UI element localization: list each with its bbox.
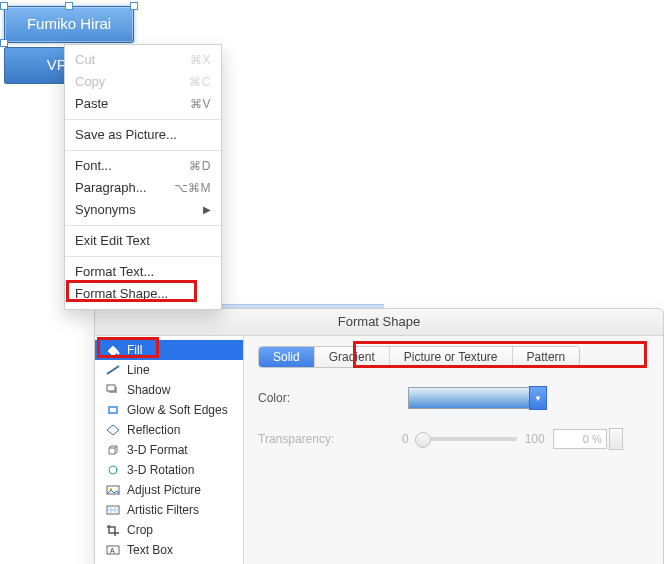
menu-separator xyxy=(65,150,221,151)
transparency-value[interactable]: 0 % xyxy=(553,429,607,449)
dialog-title: Format Shape xyxy=(95,309,663,336)
row-color: Color: ▼ xyxy=(258,386,649,410)
transparency-max: 100 xyxy=(525,432,545,446)
tab-gradient[interactable]: Gradient xyxy=(314,347,389,367)
menu-paragraph[interactable]: Paragraph... ⌥⌘M xyxy=(65,177,221,199)
dialog-main: Solid Gradient Picture or Texture Patter… xyxy=(244,336,663,564)
sidebar-item-label: Line xyxy=(127,362,150,378)
sidebar-item-crop[interactable]: Crop xyxy=(95,520,243,540)
sidebar-item-label: 3-D Format xyxy=(127,442,188,458)
fill-type-segmented: Solid Gradient Picture or Texture Patter… xyxy=(258,346,580,368)
paint-bucket-icon xyxy=(105,343,121,357)
sidebar-item-label: Text Box xyxy=(127,542,173,558)
svg-rect-4 xyxy=(109,407,117,413)
sidebar-item-label: Artistic Filters xyxy=(127,502,199,518)
svg-text:A: A xyxy=(110,547,115,554)
sidebar-item-label: Crop xyxy=(127,522,153,538)
transparency-slider[interactable] xyxy=(417,437,517,441)
menu-format-shape[interactable]: Format Shape... xyxy=(65,283,221,305)
tab-solid[interactable]: Solid xyxy=(259,347,314,367)
sidebar-item-adjust-picture[interactable]: Adjust Picture xyxy=(95,480,243,500)
svg-line-1 xyxy=(107,366,119,374)
reflection-icon xyxy=(105,423,121,437)
menu-separator xyxy=(65,225,221,226)
textbox-icon: A xyxy=(105,543,121,557)
menu-font[interactable]: Font... ⌘D xyxy=(65,155,221,177)
sidebar-item-label: Fill xyxy=(127,342,142,358)
sidebar-item-3d-format[interactable]: 3-D Format xyxy=(95,440,243,460)
filters-icon xyxy=(105,503,121,517)
tab-pattern[interactable]: Pattern xyxy=(512,347,580,367)
sidebar-item-label: Adjust Picture xyxy=(127,482,201,498)
cube-icon xyxy=(105,443,121,457)
dialog-sidebar: Fill Line Shadow Glow & Soft Edges xyxy=(95,336,244,564)
menu-copy: Copy ⌘C xyxy=(65,71,221,93)
chevron-right-icon: ▶ xyxy=(203,202,211,218)
menu-paste[interactable]: Paste ⌘V xyxy=(65,93,221,115)
context-menu: Cut ⌘X Copy ⌘C Paste ⌘V Save as Picture.… xyxy=(64,44,222,310)
menu-save-picture[interactable]: Save as Picture... xyxy=(65,124,221,146)
tab-picture[interactable]: Picture or Texture xyxy=(389,347,512,367)
picture-adjust-icon xyxy=(105,483,121,497)
transparency-label: Transparency: xyxy=(258,432,358,446)
transparency-min: 0 xyxy=(402,432,409,446)
sidebar-item-glow[interactable]: Glow & Soft Edges xyxy=(95,400,243,420)
sidebar-item-text-box[interactable]: A Text Box xyxy=(95,540,243,560)
sidebar-item-shadow[interactable]: Shadow xyxy=(95,380,243,400)
svg-rect-3 xyxy=(107,385,115,391)
menu-synonyms[interactable]: Synonyms ▶ xyxy=(65,199,221,221)
row-transparency: Transparency: 0 100 0 % xyxy=(258,428,649,450)
svg-point-0 xyxy=(117,352,120,355)
color-popup-button[interactable]: ▼ xyxy=(529,386,547,410)
sidebar-item-fill[interactable]: Fill xyxy=(95,340,243,360)
menu-separator xyxy=(65,256,221,257)
svg-point-5 xyxy=(109,466,117,474)
sidebar-item-artistic-filters[interactable]: Artistic Filters xyxy=(95,500,243,520)
line-icon xyxy=(105,363,121,377)
sidebar-item-size[interactable]: Size xyxy=(95,560,243,564)
sidebar-item-3d-rotation[interactable]: 3-D Rotation xyxy=(95,460,243,480)
format-shape-dialog: Format Shape Fill Line Shadow xyxy=(94,308,664,564)
rotate-icon xyxy=(105,463,121,477)
sidebar-item-reflection[interactable]: Reflection xyxy=(95,420,243,440)
sidebar-item-label: Glow & Soft Edges xyxy=(127,402,228,418)
sidebar-item-line[interactable]: Line xyxy=(95,360,243,380)
glow-icon xyxy=(105,403,121,417)
crop-icon xyxy=(105,523,121,537)
menu-cut: Cut ⌘X xyxy=(65,49,221,71)
shadow-icon xyxy=(105,383,121,397)
transparency-stepper[interactable] xyxy=(609,428,623,450)
sidebar-item-label: Shadow xyxy=(127,382,170,398)
menu-exit-edit-text[interactable]: Exit Edit Text xyxy=(65,230,221,252)
color-well[interactable] xyxy=(408,387,530,409)
menu-separator xyxy=(65,119,221,120)
menu-format-text[interactable]: Format Text... xyxy=(65,261,221,283)
sidebar-item-label: 3-D Rotation xyxy=(127,462,194,478)
color-label: Color: xyxy=(258,391,358,405)
shape-name[interactable]: Fumiko Hirai xyxy=(4,6,134,43)
sidebar-item-label: Reflection xyxy=(127,422,180,438)
